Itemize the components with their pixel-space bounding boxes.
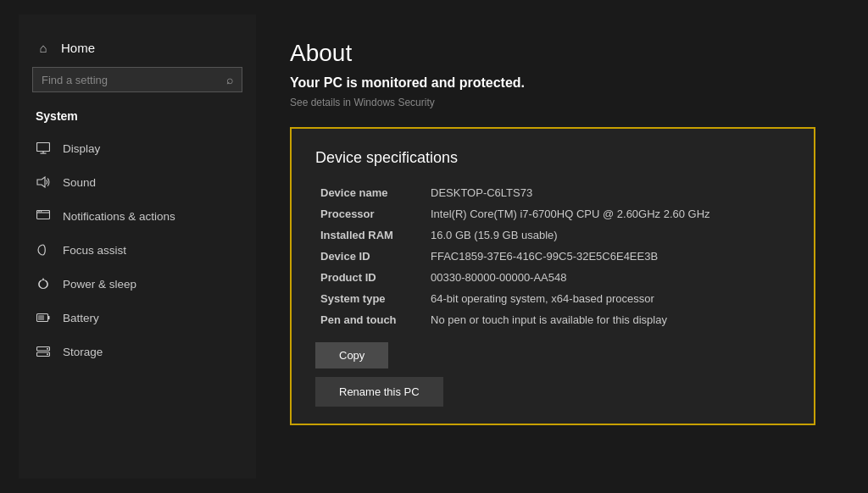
table-row: ProcessorIntel(R) Core(TM) i7-6700HQ CPU… — [315, 203, 790, 224]
search-box[interactable]: ⌕ — [32, 67, 242, 92]
table-row: Product ID00330-80000-00000-AA548 — [315, 267, 790, 288]
sound-icon — [36, 174, 51, 190]
search-input[interactable] — [42, 74, 220, 86]
sidebar-item-notifications-label: Notifications & actions — [63, 210, 175, 223]
storage-icon — [36, 344, 51, 359]
settings-window: ⌂ Home ⌕ System Display — [19, 14, 849, 479]
sidebar-home-label: Home — [61, 41, 95, 55]
specs-table: Device nameDESKTOP-C6LTS73ProcessorIntel… — [315, 182, 790, 330]
sidebar-item-display-label: Display — [63, 142, 100, 155]
spec-value: FFAC1859-37E6-416C-99C5-32E5C6E4EE3B — [426, 246, 790, 267]
svg-point-15 — [47, 348, 48, 350]
sidebar-item-home[interactable]: ⌂ Home — [19, 31, 256, 67]
notifications-icon — [36, 208, 51, 224]
sidebar-item-sound-label: Sound — [63, 176, 96, 189]
spec-value: 16.0 GB (15.9 GB usable) — [426, 224, 790, 246]
power-icon — [36, 276, 51, 291]
table-row: Device IDFFAC1859-37E6-416C-99C5-32E5C6E… — [315, 246, 790, 267]
svg-marker-3 — [37, 177, 45, 187]
main-content: About Your PC is monitored and protected… — [256, 14, 849, 479]
sidebar-section-system: System — [19, 106, 256, 131]
pc-status-subtitle: Your PC is monitored and protected. — [290, 75, 815, 91]
battery-icon — [36, 310, 51, 325]
copy-button[interactable]: Copy — [315, 342, 388, 368]
spec-label: Device name — [315, 182, 426, 203]
spec-value: DESKTOP-C6LTS73 — [426, 182, 790, 203]
card-title: Device specifications — [315, 149, 790, 167]
table-row: Pen and touchNo pen or touch input is av… — [315, 309, 790, 330]
svg-point-6 — [38, 211, 40, 213]
svg-rect-0 — [37, 143, 50, 152]
spec-label: Processor — [315, 203, 426, 224]
rename-pc-button[interactable]: Rename this PC — [315, 377, 443, 407]
spec-value: 64-bit operating system, x64-based proce… — [426, 288, 790, 309]
table-row: Device nameDESKTOP-C6LTS73 — [315, 182, 790, 203]
sidebar-item-battery[interactable]: Battery — [19, 301, 256, 335]
sidebar-item-notifications[interactable]: Notifications & actions — [19, 199, 256, 233]
sidebar-item-storage-label: Storage — [63, 346, 103, 358]
spec-label: Device ID — [315, 246, 426, 267]
svg-rect-12 — [38, 315, 44, 320]
search-icon: ⌕ — [226, 73, 233, 86]
svg-point-16 — [47, 353, 48, 355]
table-row: System type64-bit operating system, x64-… — [315, 288, 790, 309]
table-row: Installed RAM16.0 GB (15.9 GB usable) — [315, 224, 790, 246]
display-icon — [36, 141, 51, 156]
home-icon: ⌂ — [36, 40, 51, 55]
sidebar-item-battery-label: Battery — [63, 312, 99, 324]
sidebar: ⌂ Home ⌕ System Display — [19, 14, 256, 479]
svg-rect-11 — [48, 316, 50, 319]
spec-label: System type — [315, 288, 426, 309]
svg-point-7 — [41, 211, 42, 213]
spec-label: Installed RAM — [315, 224, 426, 246]
sidebar-item-sound[interactable]: Sound — [19, 165, 256, 199]
spec-value: Intel(R) Core(TM) i7-6700HQ CPU @ 2.60GH… — [426, 203, 790, 224]
focus-icon — [36, 242, 51, 258]
sidebar-item-power-label: Power & sleep — [63, 278, 136, 291]
sidebar-item-focus-label: Focus assist — [63, 244, 126, 257]
windows-security-link[interactable]: See details in Windows Security — [290, 97, 435, 108]
page-title: About — [290, 40, 815, 67]
device-specs-card: Device specifications Device nameDESKTOP… — [290, 127, 815, 425]
spec-label: Product ID — [315, 267, 426, 288]
spec-label: Pen and touch — [315, 309, 426, 330]
spec-value: No pen or touch input is available for t… — [426, 309, 790, 330]
spec-value: 00330-80000-00000-AA548 — [426, 267, 790, 288]
sidebar-item-storage[interactable]: Storage — [19, 335, 256, 368]
sidebar-item-display[interactable]: Display — [19, 131, 256, 165]
sidebar-item-focus[interactable]: Focus assist — [19, 233, 256, 267]
sidebar-item-power[interactable]: Power & sleep — [19, 267, 256, 301]
